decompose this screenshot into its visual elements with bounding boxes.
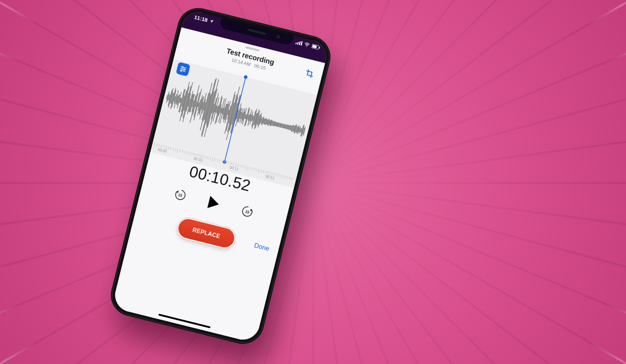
skip-forward-button[interactable]: 15 [239,203,256,220]
clock-text: 11:18 [194,14,208,23]
ruler-label: 00:10 [193,156,203,162]
svg-point-191 [183,69,185,70]
signal-icon [295,40,303,46]
svg-line-107 [241,108,244,123]
svg-line-103 [238,108,242,122]
home-indicator[interactable] [158,314,211,328]
wifi-icon [304,42,310,48]
iphone-device: 11:18 Test recording 10:1 [106,4,335,348]
sliders-icon [179,65,187,73]
svg-rect-0 [295,43,297,44]
editor-sheet: Test recording 10:14 AM 00:15 00: [111,27,325,343]
svg-line-174 [294,125,295,132]
svg-text:15: 15 [178,193,183,198]
photo-background: (function(){ var host=document.currentSc… [0,0,626,364]
location-icon [209,18,215,24]
svg-rect-2 [299,42,301,45]
status-time: 11:18 [194,14,215,25]
svg-rect-1 [297,42,299,45]
svg-rect-3 [301,41,303,46]
play-icon [206,195,222,212]
sheet-grabber[interactable] [245,46,259,52]
svg-line-90 [225,92,235,134]
done-button[interactable]: Done [253,242,270,253]
svg-line-52 [199,98,203,113]
ruler-label: 00:11 [229,166,239,172]
svg-rect-6 [312,45,317,48]
svg-point-189 [182,66,184,68]
skip-back-button[interactable]: 15 [172,187,189,203]
svg-point-193 [180,70,182,71]
svg-line-124 [254,113,258,125]
skip-back-15-icon: 15 [172,187,189,203]
play-button[interactable] [204,194,223,213]
svg-point-4 [306,46,307,47]
battery-icon [311,44,321,50]
replace-button[interactable]: REPLACE [177,217,236,250]
svg-text:15: 15 [245,210,250,215]
status-right-icons [295,40,321,50]
skip-forward-15-icon: 15 [239,203,256,220]
